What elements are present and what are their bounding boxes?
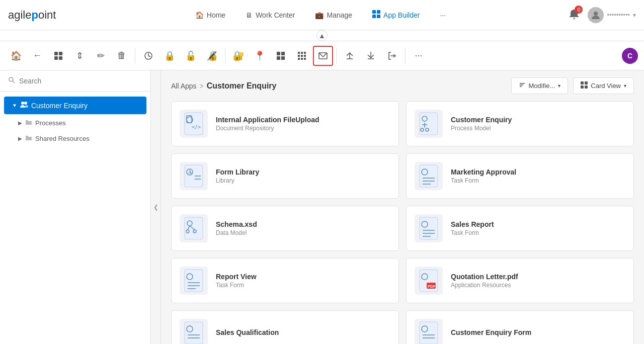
svg-rect-17 [304, 52, 306, 54]
chevron-down-icon: ▾ [633, 12, 636, 19]
tree-child-processes[interactable]: ▶ Processes [0, 115, 150, 131]
card-info-6: Sales Report Task Form [451, 220, 494, 236]
toolbar-add-button[interactable] [48, 46, 68, 66]
group-icon [20, 101, 28, 110]
nav-manage[interactable]: 💼 Manage [307, 7, 360, 23]
card-icon-wrap-4 [415, 162, 443, 190]
card-quotation-letter[interactable]: PDF Quotation Letter.pdf Application Res… [406, 258, 634, 303]
svg-rect-6 [54, 52, 58, 55]
svg-rect-18 [298, 55, 300, 57]
logo: agilepoint [8, 9, 56, 22]
card-internal-app-fileupload[interactable]: </> Internal Application FileUpload Docu… [171, 101, 399, 146]
toolbar-grid2-button[interactable] [292, 46, 312, 66]
svg-point-4 [574, 18, 575, 20]
tree-child-shared-resources-label: Shared Resources [35, 135, 90, 142]
content-header: All Apps > Customer Enquiry Modifie... ▾ [161, 70, 644, 101]
card-info-9: Sales Qualification [216, 328, 279, 337]
sidebar-collapse-handle[interactable]: ❮ [151, 70, 161, 344]
collapse-button[interactable]: ▲ [316, 30, 328, 41]
card-subtitle-5: Data Model [216, 229, 257, 236]
nav-workcenter[interactable]: 🖥 Work Center [237, 7, 303, 23]
card-icon-wrap-9 [180, 319, 208, 344]
nav-right: 0 •••••••••• ▾ [569, 7, 636, 23]
card-title-5: Schema.xsd [216, 220, 257, 228]
toolbar-lockalt-button[interactable]: 🔏 [202, 46, 222, 66]
svg-point-33 [24, 102, 27, 105]
toolbar-properties-button[interactable]: ⇕ [69, 46, 90, 66]
svg-text:PDF: PDF [428, 284, 436, 289]
nav-appbuilder[interactable]: App Builder [364, 6, 428, 24]
tree-item-customer-enquiry[interactable]: ▼ Customer Enquiry [4, 97, 146, 114]
card-form-library[interactable]: A Form Library Library [171, 153, 399, 199]
card-subtitle-7: Task Form [216, 282, 257, 289]
card-subtitle-3: Library [216, 177, 259, 184]
nav-home[interactable]: 🏠 Home [187, 7, 233, 23]
toolbar: 🏠 ← ⇕ ✏ 🗑 🔒 🔓 🔏 🔐 📍 [0, 41, 644, 70]
card-info-5: Schema.xsd Data Model [216, 220, 257, 236]
card-title-10: Customer Enquiry Form [451, 328, 531, 336]
view-button[interactable]: Card View ▾ [573, 77, 634, 94]
sort-label: Modifie... [529, 82, 555, 90]
toolbar-unlock-button[interactable]: 🔓 [181, 46, 201, 66]
card-info-7: Report View Task Form [216, 273, 257, 289]
ellipsis-icon: ··· [440, 11, 446, 19]
card-customer-enquiry[interactable]: Customer Enquiry Process Model [406, 101, 634, 146]
card-title-7: Report View [216, 273, 257, 281]
card-subtitle: Document Repository [216, 125, 319, 132]
toolbar-import-button[interactable] [340, 46, 360, 66]
user-initials-button[interactable]: C [622, 48, 638, 64]
card-title-3: Form Library [216, 168, 259, 176]
toolbar-home-button[interactable]: 🏠 [6, 46, 26, 66]
card-customer-enquiry-form[interactable]: Customer Enquiry Form [406, 310, 634, 344]
svg-rect-81 [185, 322, 203, 344]
grid-icon [372, 10, 380, 20]
svg-rect-7 [59, 52, 62, 55]
toolbar-logout-button[interactable] [382, 46, 402, 66]
toolbar-locksecure-button[interactable]: 🔐 [228, 46, 249, 66]
card-marketing-approval[interactable]: Marketing Approval Task Form [406, 153, 634, 199]
svg-rect-40 [585, 85, 588, 89]
chevron-right-icon: ▶ [18, 120, 22, 126]
toolbar-delete-button[interactable]: 🗑 [112, 46, 132, 66]
card-subtitle-2: Process Model [451, 125, 512, 132]
sort-button[interactable]: Modifie... ▾ [511, 77, 569, 94]
sort-icon [519, 81, 526, 90]
breadcrumb-all-apps[interactable]: All Apps [171, 82, 197, 90]
svg-rect-38 [585, 81, 588, 84]
sidebar: ▼ Customer Enquiry ▶ [0, 70, 151, 344]
toolbar-separator-4 [405, 48, 406, 63]
toolbar-history-button[interactable] [138, 46, 158, 66]
card-title: Internal Application FileUpload [216, 116, 319, 124]
tree: ▼ Customer Enquiry ▶ [0, 92, 150, 344]
top-nav: agilepoint 🏠 Home 🖥 Work Center 💼 Manage [0, 0, 644, 30]
nav-more[interactable]: ··· [432, 7, 454, 23]
toolbar-lock-button[interactable]: 🔒 [159, 46, 180, 66]
card-sales-qualification[interactable]: Sales Qualification [171, 310, 399, 344]
card-sales-report[interactable]: Sales Report Task Form [406, 206, 634, 251]
nav-items: 🏠 Home 🖥 Work Center 💼 Manage App Builde… [72, 6, 569, 24]
cards-area: </> Internal Application FileUpload Docu… [161, 101, 644, 344]
svg-point-5 [594, 12, 598, 16]
search-input[interactable] [19, 77, 142, 85]
tree-child-shared-resources[interactable]: ▶ Shared Resources [0, 131, 150, 146]
notification-button[interactable]: 0 [569, 9, 580, 21]
svg-rect-39 [581, 85, 584, 89]
user-menu[interactable]: •••••••••• ▾ [588, 7, 636, 23]
toolbar-location-button[interactable]: 📍 [250, 46, 270, 66]
home-icon: 🏠 [195, 11, 204, 19]
toolbar-edit-button[interactable]: ✏ [91, 46, 111, 66]
toolbar-grid1-button[interactable] [271, 46, 291, 66]
svg-rect-15 [298, 52, 300, 54]
svg-rect-21 [298, 58, 300, 60]
svg-line-31 [13, 81, 15, 83]
card-icon-wrap-3: A [180, 162, 208, 190]
card-report-view[interactable]: Report View Task Form [171, 258, 399, 303]
card-schema-xsd[interactable]: Schema.xsd Data Model [171, 206, 399, 251]
toolbar-back-button[interactable]: ← [27, 46, 47, 66]
toolbar-more-button[interactable]: ··· [409, 46, 429, 66]
toolbar-export-button[interactable] [361, 46, 381, 66]
card-icon-wrap-6 [415, 214, 443, 242]
toolbar-email-button[interactable] [313, 46, 333, 66]
card-icon-wrap: </> [180, 110, 208, 138]
svg-rect-20 [304, 55, 306, 57]
